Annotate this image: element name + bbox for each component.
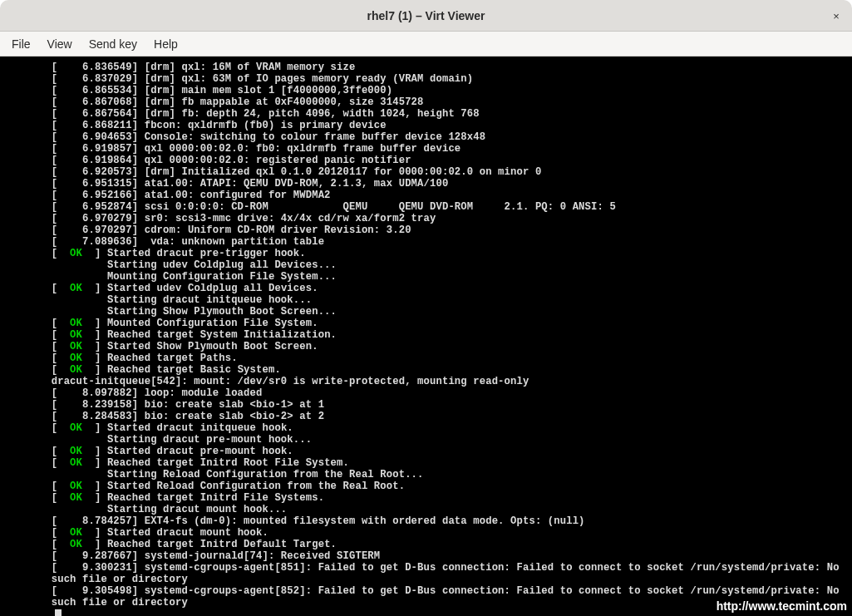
window-title: rhel7 (1) – Virt Viewer: [367, 9, 485, 22]
window-titlebar: rhel7 (1) – Virt Viewer ×: [0, 0, 852, 32]
menu-sendkey[interactable]: Send key: [81, 34, 145, 54]
window-close-button[interactable]: ×: [825, 5, 847, 27]
menu-view[interactable]: View: [39, 34, 81, 54]
close-icon: ×: [833, 10, 840, 22]
menubar: File View Send key Help: [0, 32, 852, 57]
vm-console[interactable]: [ 6.836549] [drm] qxl: 16M of VRAM memor…: [0, 57, 852, 616]
menu-help[interactable]: Help: [145, 34, 186, 54]
text-cursor: [55, 609, 62, 616]
console-output: [ 6.836549] [drm] qxl: 16M of VRAM memor…: [2, 62, 852, 616]
watermark-text: http://www.tecmint.com: [717, 599, 847, 613]
menu-file[interactable]: File: [3, 34, 39, 54]
